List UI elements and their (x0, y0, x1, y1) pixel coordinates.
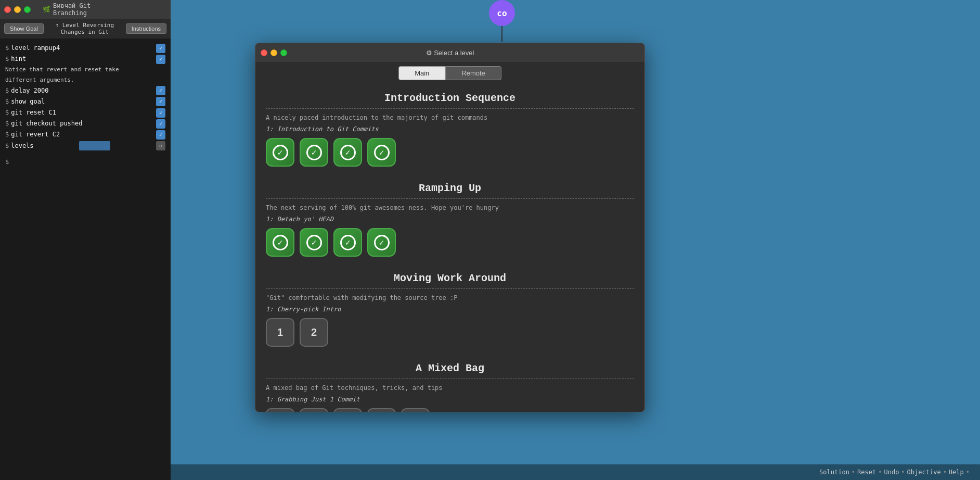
check-blue: ✓ (156, 44, 165, 53)
sep4: • (943, 469, 947, 476)
tab-remote[interactable]: Remote (445, 66, 501, 80)
prompt: $ (5, 108, 9, 118)
modal-body[interactable]: Introduction Sequence A nicely paced int… (255, 84, 644, 412)
section-desc-rampup: The next serving of 100% git awesomes-ne… (266, 204, 634, 211)
bottom-bar-reset[interactable]: Reset (857, 469, 876, 476)
sep5: • (966, 469, 970, 476)
level-select-modal: ⚙ Select a level Main Remote Introductio… (255, 43, 645, 412)
checkmark-rampup-3: ✓ (340, 235, 356, 250)
section-title-moving: Moving Work Around (266, 264, 634, 288)
cmd-delay: delay 2000 (11, 86, 48, 96)
level-icon-rampup-3[interactable]: ✓ (333, 228, 362, 257)
terminal-toolbar: Show Goal ↑ Level Reversing Changes in G… (0, 19, 171, 39)
section-sublabel-mixed: 1: Grabbing Just 1 Commit (266, 396, 634, 403)
level-icon-mixed-5[interactable]: 5 (401, 408, 430, 412)
bottom-bar-help[interactable]: Help (949, 469, 964, 476)
level-icon-intro-2[interactable]: ✓ (300, 138, 328, 167)
traffic-light-green[interactable] (24, 6, 31, 13)
bottom-bar-objective[interactable]: Objective (907, 469, 941, 476)
cmd-level-rampup4: level rampup4 (11, 43, 60, 53)
levels-progress-bar (79, 141, 110, 150)
prompt: $ (5, 141, 9, 151)
level-title: ↑ Level Reversing Changes in Git (44, 22, 126, 35)
modal-title: ⚙ Select a level (426, 49, 474, 57)
modal-tabs: Main Remote (255, 62, 644, 84)
cmd-git-revert: git revert C2 (11, 130, 60, 140)
check-blue: ✓ (156, 108, 165, 118)
divider-mixed (266, 378, 634, 379)
prompt: $ (5, 97, 9, 107)
bottom-bar-undo[interactable]: Undo (884, 469, 899, 476)
term-row-show-goal: $ show goal ✓ (5, 96, 165, 107)
checkmark-rampup-4: ✓ (374, 235, 390, 250)
section-desc-intro: A nicely paced introduction to the major… (266, 114, 634, 121)
checkmark-rampup-1: ✓ (273, 235, 288, 250)
check-blue: ✓ (156, 86, 165, 95)
traffic-light-yellow[interactable] (14, 6, 21, 13)
level-icon-intro-3[interactable]: ✓ (333, 138, 362, 167)
checkmark-intro-2: ✓ (306, 145, 322, 160)
level-icon-rampup-4[interactable]: ✓ (367, 228, 396, 257)
traffic-light-red[interactable] (4, 6, 11, 13)
cmd-git-reset: git reset C1 (11, 108, 56, 118)
term-row-delay: $ delay 2000 ✓ (5, 85, 165, 96)
rampup-level-icons: ✓ ✓ ✓ ✓ (266, 228, 634, 257)
level-icon-mixed-1[interactable]: 1 (266, 408, 294, 412)
term-row-prompt: $ (5, 157, 165, 168)
divider-intro (266, 108, 634, 109)
level-icon-intro-4[interactable]: ✓ (367, 138, 396, 167)
terminal-prompt-cursor: $ (5, 157, 9, 167)
terminal-title: 🌿 Вивчай Git Branching (43, 2, 128, 17)
terminal-titlebar: 🌿 Вивчай Git Branching (0, 0, 171, 19)
notice-text-1: Notice that revert and reset take (5, 65, 119, 74)
section-title-rampup: Ramping Up (266, 174, 634, 198)
level-icon-mixed-3[interactable]: 3 (333, 408, 362, 412)
check-blue: ✓ (156, 130, 165, 140)
mixed-level-icons: 1 2 3 4 5 (266, 408, 634, 412)
cmd-git-checkout: git checkout pushed (11, 119, 82, 129)
level-icon-intro-1[interactable]: ✓ (266, 138, 294, 167)
prompt: $ (5, 86, 9, 96)
tab-main[interactable]: Main (398, 66, 445, 80)
avatar-area: co (489, 0, 515, 42)
modal-titlebar: ⚙ Select a level (255, 43, 644, 62)
level-icon-mixed-2[interactable]: 2 (300, 408, 328, 412)
level-icon-rampup-1[interactable]: ✓ (266, 228, 294, 257)
check-blue: ✓ (156, 55, 165, 64)
cmd-show-goal: show goal (11, 97, 45, 107)
term-row-hint: $ hint ✓ (5, 54, 165, 65)
sep2: • (878, 469, 882, 476)
avatar-initials: co (497, 8, 507, 18)
avatar-connector-line (501, 26, 502, 42)
level-icon-rampup-2[interactable]: ✓ (300, 228, 328, 257)
divider-rampup (266, 198, 634, 199)
intro-level-icons: ✓ ✓ ✓ ✓ (266, 138, 634, 167)
modal-traffic-yellow[interactable] (270, 49, 277, 56)
level-icon-moving-1[interactable]: 1 (266, 318, 294, 347)
modal-traffic-green[interactable] (280, 49, 287, 56)
level-icon-moving-2[interactable]: 2 (300, 318, 328, 347)
term-row-levels: $ levels ↺ (5, 141, 165, 151)
bottom-bar: Solution • Reset • Undo • Objective • He… (171, 464, 980, 480)
section-title-intro: Introduction Sequence (266, 84, 634, 108)
modal-traffic-red[interactable] (261, 49, 267, 56)
cmd-hint: hint (11, 54, 26, 64)
divider-moving (266, 288, 634, 289)
section-sublabel-moving: 1: Cherry-pick Intro (266, 306, 634, 313)
section-sublabel-intro: 1: Introduction to Git Commits (266, 125, 634, 133)
check-blue: ✓ (156, 97, 165, 106)
instructions-button[interactable]: Instructions (126, 23, 166, 34)
avatar: co (489, 0, 515, 26)
checkmark-rampup-2: ✓ (306, 235, 322, 250)
bottom-bar-solution[interactable]: Solution (819, 469, 849, 476)
checkmark-intro-4: ✓ (374, 145, 390, 160)
level-icon-mixed-4[interactable]: 4 (367, 408, 396, 412)
show-goal-button[interactable]: Show Goal (4, 23, 44, 34)
moving-level-icons: 1 2 (266, 318, 634, 347)
section-desc-mixed: A mixed bag of Git techniques, tricks, a… (266, 384, 634, 391)
prompt: $ (5, 43, 9, 53)
check-blue: ✓ (156, 119, 165, 129)
notice-text-2: different arguments. (5, 75, 74, 85)
term-row-git-checkout: $ git checkout pushed ✓ (5, 118, 165, 129)
section-sublabel-rampup: 1: Detach yo' HEAD (266, 216, 634, 223)
